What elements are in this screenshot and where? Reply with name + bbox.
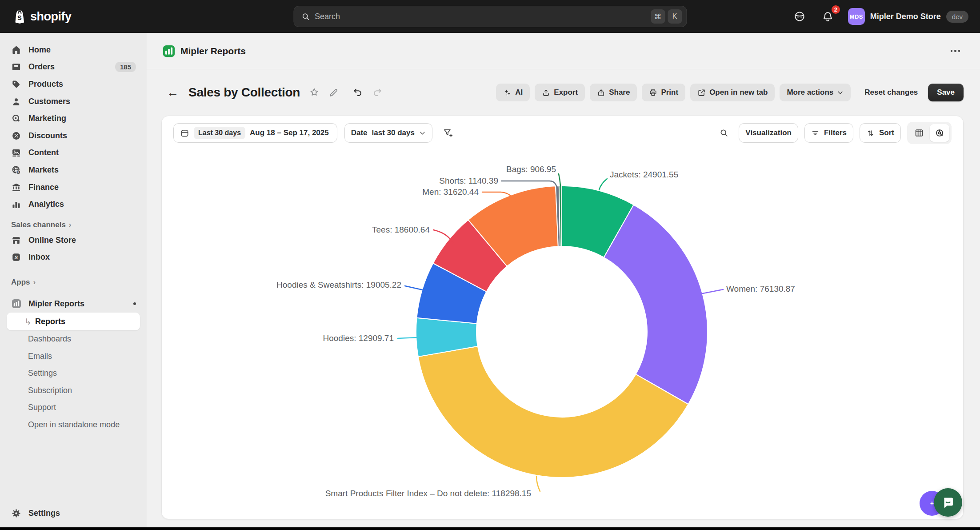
- svg-text:S: S: [15, 255, 18, 260]
- leader-line-jackets: [599, 179, 607, 190]
- discount-seal-icon: [11, 131, 21, 141]
- shortcut-letter-key: K: [668, 9, 682, 24]
- global-search[interactable]: ⌘ K: [293, 6, 687, 27]
- bank-icon: [11, 182, 21, 193]
- overflow-menu-button[interactable]: [947, 46, 964, 56]
- support-chat-button[interactable]: [934, 488, 962, 517]
- print-button[interactable]: Print: [642, 84, 685, 101]
- svg-text:S: S: [17, 14, 22, 21]
- mipler-app-icon: [11, 298, 22, 309]
- notifications-button[interactable]: 2: [820, 8, 836, 25]
- assistant-icon[interactable]: [791, 8, 808, 25]
- store-name: Mipler Demo Store: [870, 12, 941, 21]
- report-card: Last 30 days Aug 18 – Sep 17, 2025 Date …: [161, 116, 964, 519]
- sidebar-item-settings[interactable]: Settings: [0, 505, 147, 522]
- image-icon: [11, 148, 21, 158]
- search-input[interactable]: [315, 12, 648, 21]
- sidebar-item-content[interactable]: Content: [0, 145, 147, 162]
- sparkle-icon: [503, 88, 512, 97]
- person-icon: [11, 96, 21, 107]
- shopify-wordmark: shopify: [30, 10, 72, 24]
- shortcut-modifier-key: ⌘: [651, 9, 665, 24]
- shopify-bag-icon: S: [12, 8, 27, 24]
- sidebar-item-analytics[interactable]: Analytics: [0, 196, 147, 213]
- page-title: Sales by Collection: [188, 85, 300, 100]
- apps-header[interactable]: Apps›: [0, 276, 147, 289]
- save-button[interactable]: Save: [928, 84, 964, 101]
- slice-label-jackets: Jackets: 24901.55: [610, 170, 678, 180]
- sidebar-item-customers[interactable]: Customers: [0, 93, 147, 110]
- slice-label-tees: Tees: 18600.64: [372, 225, 430, 235]
- gear-icon: [11, 508, 21, 518]
- sidebar-item-reports-selected[interactable]: ↳ Reports: [7, 313, 140, 330]
- more-actions-button[interactable]: More actions: [780, 84, 851, 101]
- sidebar-item-discounts[interactable]: Discounts: [0, 127, 147, 145]
- orders-count-badge: 185: [115, 62, 136, 72]
- undo-icon[interactable]: [352, 87, 363, 98]
- sidebar-item-mipler-reports[interactable]: Mipler Reports: [0, 295, 147, 313]
- export-icon: [542, 88, 550, 97]
- leader-line-hoodies: [398, 337, 416, 338]
- sidebar-item-finance[interactable]: Finance: [0, 179, 147, 196]
- reset-changes-button[interactable]: Reset changes: [859, 84, 923, 101]
- sidebar-item-support[interactable]: Support: [0, 399, 147, 417]
- shop-chat-icon: S: [11, 252, 21, 262]
- favorite-star-icon[interactable]: [309, 87, 320, 98]
- page-title-row: ← Sales by Collection AI Export Share: [147, 69, 980, 116]
- sidebar-item-subscription[interactable]: Subscription: [0, 382, 147, 399]
- share-button[interactable]: Share: [590, 84, 637, 101]
- app-title: Mipler Reports: [180, 46, 246, 56]
- sidebar-item-emails[interactable]: Emails: [0, 348, 147, 365]
- sidebar-item-orders[interactable]: Orders 185: [0, 59, 147, 76]
- back-button[interactable]: ←: [167, 87, 179, 99]
- sidebar-item-dashboards[interactable]: Dashboards: [0, 330, 147, 348]
- unread-dot: [133, 302, 136, 305]
- mipler-app-icon-green: [162, 44, 176, 58]
- donut-slice-1[interactable]: [604, 205, 708, 405]
- slice-label-hoodies: Hoodies: 12909.71: [323, 333, 394, 343]
- shopify-logo[interactable]: S shopify: [12, 0, 72, 33]
- donut-chart: [162, 116, 964, 520]
- slice-label-bags: Bags: 906.95: [506, 165, 556, 174]
- topbar: S shopify ⌘ K 2 MDS: [0, 0, 980, 33]
- slice-label-shorts: Shorts: 1140.39: [439, 176, 498, 186]
- notification-count-badge: 2: [831, 4, 841, 15]
- chat-launcher: [920, 488, 962, 518]
- share-icon: [597, 88, 605, 97]
- avatar: MDS: [848, 8, 865, 25]
- leader-line-smart: [536, 476, 540, 491]
- sidebar: Home Orders 185 Products Customers Marke…: [0, 33, 147, 527]
- sidebar-item-home[interactable]: Home: [0, 41, 147, 59]
- redo-icon[interactable]: [372, 87, 383, 98]
- svg-text:$: $: [17, 170, 19, 174]
- elbow-connector-icon: ↳: [24, 317, 32, 327]
- sidebar-item-marketing[interactable]: Marketing: [0, 110, 147, 127]
- open-new-tab-button[interactable]: Open in new tab: [690, 84, 775, 101]
- sidebar-item-markets[interactable]: $ Markets: [0, 161, 147, 179]
- export-button[interactable]: Export: [535, 84, 585, 101]
- sidebar-item-online-store[interactable]: Online Store: [0, 232, 147, 249]
- chevron-right-icon: ›: [69, 221, 72, 229]
- ai-button[interactable]: AI: [496, 84, 530, 101]
- sales-channels-header[interactable]: Sales channels›: [0, 218, 147, 232]
- search-icon: [301, 12, 310, 21]
- sidebar-item-inbox[interactable]: S Inbox: [0, 249, 147, 266]
- chart-area: Jackets: 24901.55 Women: 76130.87 Smart …: [162, 116, 963, 519]
- sidebar-item-app-settings[interactable]: Settings: [0, 365, 147, 382]
- chat-bubble-icon: [940, 495, 956, 510]
- env-badge: dev: [946, 11, 968, 23]
- tag-icon: [11, 79, 21, 89]
- target-cursor-icon: [11, 113, 21, 124]
- leader-line-hoodies-sweatshirts: [405, 286, 423, 290]
- sidebar-item-standalone[interactable]: Open in standalone mode: [0, 416, 147, 434]
- account-menu[interactable]: MDS Mipler Demo Store dev: [848, 8, 968, 25]
- external-link-icon: [697, 88, 706, 97]
- orders-icon: [11, 62, 21, 72]
- app-header: Mipler Reports: [147, 33, 980, 69]
- slice-label-smart: Smart Products Filter Index – Do not del…: [325, 489, 531, 498]
- leader-line-bags: [559, 174, 560, 186]
- edit-pencil-icon[interactable]: [328, 87, 339, 98]
- sidebar-item-products[interactable]: Products: [0, 76, 147, 93]
- slice-label-men: Men: 31620.44: [422, 187, 479, 197]
- printer-icon: [649, 88, 657, 97]
